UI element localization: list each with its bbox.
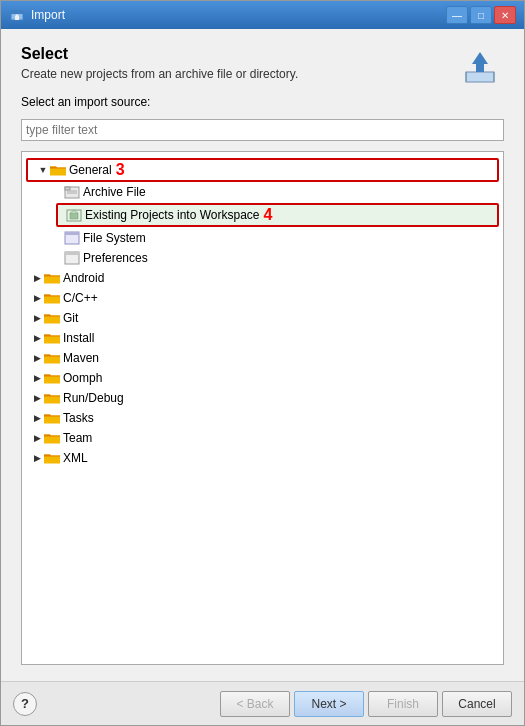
annotation-4: 4 [264, 206, 273, 224]
window-controls: — □ ✕ [446, 6, 516, 24]
svg-rect-14 [65, 252, 79, 255]
tree-item-install[interactable]: ▶ Install [22, 328, 503, 348]
tree-label-run-debug: Run/Debug [63, 391, 124, 405]
finish-button[interactable]: Finish [368, 691, 438, 717]
expand-oomph[interactable]: ▶ [30, 371, 44, 385]
tree-label-archive-file: Archive File [83, 185, 146, 199]
file-icon-archive [64, 185, 80, 199]
tree-item-android[interactable]: ▶ Android [22, 268, 503, 288]
tree-item-general[interactable]: ▼ General 3 [28, 160, 497, 180]
next-button[interactable]: Next > [294, 691, 364, 717]
annotation-3: 3 [116, 161, 125, 179]
header-text: Select Create new projects from an archi… [21, 45, 298, 81]
help-button[interactable]: ? [13, 692, 37, 716]
tree-item-cpp[interactable]: ▶ C/C++ [22, 288, 503, 308]
general-group-box: ▼ General 3 [26, 158, 499, 182]
tree-label-oomph: Oomph [63, 371, 102, 385]
close-button[interactable]: ✕ [494, 6, 516, 24]
back-button[interactable]: < Back [220, 691, 290, 717]
folder-icon-oomph [44, 371, 60, 385]
tree-label-tasks: Tasks [63, 411, 94, 425]
tree-label-cpp: C/C++ [63, 291, 98, 305]
expand-xml[interactable]: ▶ [30, 451, 44, 465]
tree-label-git: Git [63, 311, 78, 325]
folder-icon-android [44, 271, 60, 285]
tree-label-maven: Maven [63, 351, 99, 365]
file-icon-preferences [64, 251, 80, 265]
tree-container: ▼ General 3 Archive File [21, 151, 504, 665]
tree-item-archive-file[interactable]: Archive File [22, 182, 503, 202]
dialog-description: Create new projects from an archive file… [21, 67, 298, 81]
svg-rect-12 [65, 232, 79, 235]
folder-icon-install [44, 331, 60, 345]
button-bar: ? < Back Next > Finish Cancel [1, 681, 524, 725]
tree-label-xml: XML [63, 451, 88, 465]
window-icon [9, 7, 25, 23]
title-bar: Import — □ ✕ [1, 1, 524, 29]
expand-install[interactable]: ▶ [30, 331, 44, 345]
tree-item-maven[interactable]: ▶ Maven [22, 348, 503, 368]
folder-icon-xml [44, 451, 60, 465]
tree-item-oomph[interactable]: ▶ Oomph [22, 368, 503, 388]
svg-marker-3 [472, 52, 488, 72]
tree-label-preferences: Preferences [83, 251, 148, 265]
tree-label-file-system: File System [83, 231, 146, 245]
dialog-content: Select Create new projects from an archi… [1, 29, 524, 681]
tree-item-run-debug[interactable]: ▶ Run/Debug [22, 388, 503, 408]
existing-projects-box: Existing Projects into Workspace 4 [56, 203, 499, 227]
filter-input[interactable] [21, 119, 504, 141]
folder-icon-run-debug [44, 391, 60, 405]
svg-rect-7 [65, 187, 70, 190]
folder-icon-team [44, 431, 60, 445]
tree-item-preferences[interactable]: Preferences [22, 248, 503, 268]
expand-team[interactable]: ▶ [30, 431, 44, 445]
folder-icon-general [50, 163, 66, 177]
tree-item-existing-projects[interactable]: Existing Projects into Workspace 4 [58, 205, 497, 225]
expand-cpp[interactable]: ▶ [30, 291, 44, 305]
file-icon-file-system [64, 231, 80, 245]
svg-rect-1 [11, 11, 23, 14]
expand-general[interactable]: ▼ [36, 163, 50, 177]
file-icon-existing-projects [66, 208, 82, 222]
tree-label-general: General [69, 163, 112, 177]
import-dialog: Import — □ ✕ Select Create new projects … [0, 0, 525, 726]
import-icon [456, 45, 504, 85]
header-section: Select Create new projects from an archi… [21, 45, 504, 85]
expand-git[interactable]: ▶ [30, 311, 44, 325]
folder-icon-cpp [44, 291, 60, 305]
expand-tasks[interactable]: ▶ [30, 411, 44, 425]
tree-label-android: Android [63, 271, 104, 285]
cancel-button[interactable]: Cancel [442, 691, 512, 717]
dialog-title: Select [21, 45, 298, 63]
minimize-button[interactable]: — [446, 6, 468, 24]
expand-maven[interactable]: ▶ [30, 351, 44, 365]
tree-item-file-system[interactable]: File System [22, 228, 503, 248]
expand-run-debug[interactable]: ▶ [30, 391, 44, 405]
tree-label-install: Install [63, 331, 94, 345]
folder-icon-maven [44, 351, 60, 365]
folder-icon-tasks [44, 411, 60, 425]
folder-icon-git [44, 311, 60, 325]
tree-item-xml[interactable]: ▶ XML [22, 448, 503, 468]
svg-rect-2 [466, 72, 494, 82]
expand-android[interactable]: ▶ [30, 271, 44, 285]
tree-item-tasks[interactable]: ▶ Tasks [22, 408, 503, 428]
tree-item-team[interactable]: ▶ Team [22, 428, 503, 448]
navigation-buttons: < Back Next > Finish Cancel [220, 691, 512, 717]
source-label: Select an import source: [21, 95, 504, 109]
window-title: Import [31, 8, 446, 22]
tree-item-git[interactable]: ▶ Git [22, 308, 503, 328]
tree-label-team: Team [63, 431, 92, 445]
maximize-button[interactable]: □ [470, 6, 492, 24]
tree-label-existing-projects: Existing Projects into Workspace [85, 208, 260, 222]
